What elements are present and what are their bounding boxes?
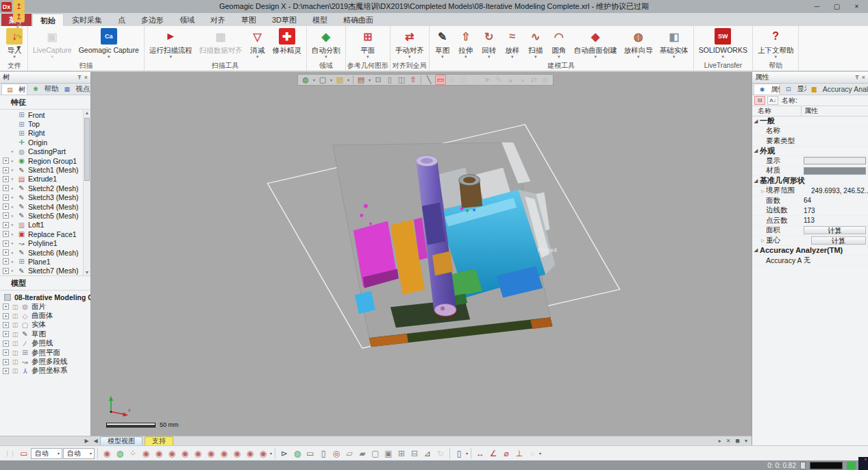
expand-icon[interactable]: + [3,349,9,356]
model-tree-item[interactable]: +◫◍面片 [0,302,90,311]
dropdown-caret-icon[interactable]: ▾ [346,77,351,82]
select-lasso-arrow-icon[interactable]: ➤ [482,75,493,85]
ribbon-tab-polygons[interactable]: 多边形 [134,14,171,26]
panel-tab-display[interactable]: ⊡显示 [780,84,806,95]
show-mesh-icon[interactable]: ◉ [101,447,113,460]
feature-tree-item[interactable]: ⊞Top [0,119,90,128]
alphabetical-sort-icon[interactable]: A↓ [767,96,778,105]
view-menu-icon[interactable]: ▾ [745,438,747,444]
sketch-button[interactable]: ✎草图▾ [431,26,454,61]
measure-mesh-icon[interactable]: ○ [526,447,538,460]
redo-icon[interactable]: ↷ [13,32,25,42]
visibility-link-icon[interactable]: ◫ [11,331,19,338]
expand-icon[interactable]: + [3,167,9,173]
model-tree-item[interactable]: +◫⅄参照坐标系 [0,367,90,375]
viewport-tab-model-view[interactable]: 模型视图 [100,436,142,445]
expand-icon[interactable]: + [3,313,9,319]
feature-tree-item[interactable]: +●✎Sketch7 (Mesh) [0,267,90,275]
status-slider[interactable] [800,462,806,469]
scrollbar-thumb[interactable] [84,118,90,181]
close-icon[interactable]: × [862,74,865,81]
model-tree-item[interactable]: +◫∕参照线 [0,339,90,348]
selection-filter-icon[interactable]: ▭ [18,447,30,460]
plane-button[interactable]: ⊞平面▾ [356,26,380,61]
material-mode-icon[interactable]: ▧ [334,75,345,85]
panel-tab-properties[interactable]: ✱属性 [754,84,780,95]
group-expand-icon[interactable]: ◢ [752,247,760,253]
visibility-link-icon[interactable]: ◫ [11,340,19,347]
expand-icon[interactable]: + [3,195,9,201]
screen-capture-icon[interactable]: ⊡ [373,75,384,85]
panel-tab-help[interactable]: ❋帮助 [27,84,59,95]
ribbon-tab-sketch[interactable]: 草图 [234,14,264,26]
view-rotate-icon[interactable]: ↻ [434,447,447,460]
import-folder-icon[interactable]: ↥ [13,1,25,12]
ribbon-tab-live-capture[interactable]: 实时采集 [64,14,110,26]
group-expand-icon[interactable]: ◢ [752,148,760,153]
ribbon-tab-alignment[interactable]: 对齐 [203,14,233,26]
show-ref-polylines-icon[interactable]: ◉ [231,447,243,460]
show-solids-icon[interactable]: ◉ [153,447,165,460]
model-viewport[interactable]: ◍▾▢▾▧▾▤▾⊡▯◫⇧╲▭○◇◌➤✎◕◑⇄◎ Plane4 x 50 mm [91,72,752,436]
capture-folder-icon[interactable]: ↥ [13,12,25,22]
undo-icon[interactable]: ↶ [13,22,25,32]
show-labels-icon[interactable]: ◉ [257,447,269,460]
select-rectangle-icon[interactable]: ▭ [435,75,446,85]
auto-segment-button[interactable]: ◈自动分割▾ [308,26,344,61]
next-view-icon[interactable]: ▸ [719,438,721,444]
view-left-icon[interactable]: ▢ [369,447,382,460]
feature-tree-item[interactable]: +●✎Sketch6 (Mesh) [0,248,90,257]
feature-tree-item[interactable]: +●▣Replace Face1 [0,230,90,238]
maximize-button[interactable]: ▢ [827,1,847,12]
panel-tab-accuracy[interactable]: ▆Accuracy Analyzer(... [806,84,868,95]
select-line-icon[interactable]: ╲ [423,75,434,85]
fillet-button[interactable]: ◠圆角▾ [547,26,571,61]
expand-icon[interactable]: + [3,158,9,164]
feature-tree-item[interactable]: ⊞Right [0,129,90,138]
solidworks-button[interactable]: SWSOLIDWORKS▾ [695,26,751,61]
expand-icon[interactable]: + [3,222,9,228]
scroll-up-icon[interactable]: ▲ [85,110,90,115]
tab-scroll-right-icon[interactable]: ◀ [91,438,100,444]
auto-surface-button[interactable]: ◆自动曲面创建▾ [571,26,621,61]
feature-tree-item[interactable]: ●◍CastingPart [0,147,90,156]
feature-tree-item[interactable]: +●✎Sketch3 (Mesh) [0,193,90,202]
visibility-link-icon[interactable]: ◫ [11,349,19,356]
scan-mesh-model[interactable] [333,143,556,347]
show-ref-lines-icon[interactable]: ◉ [205,447,217,460]
ribbon-tab-home[interactable]: 初始 [32,14,64,26]
view-globe-icon[interactable]: ◍ [300,75,311,85]
model-tree-item[interactable]: +◫◇曲面体 [0,311,90,320]
zoom-selection-icon[interactable]: ▯ [317,447,330,460]
decimate-button[interactable]: ▽消减▾ [246,26,269,61]
show-curves-icon[interactable]: ◉ [166,447,178,460]
feature-tree-item[interactable]: +●✎Sketch2 (Mesh) [0,184,90,193]
dropdown-caret-icon[interactable]: ▾ [539,451,541,456]
show-ref-planes-icon[interactable]: ◉ [218,447,230,460]
expand-icon[interactable]: + [3,249,9,256]
view-top-icon[interactable]: ⊞ [395,447,408,460]
feature-tree-item[interactable]: +●▥Loft1 [0,221,90,230]
viewport-layout-icon[interactable]: ▯ [453,447,465,460]
model-tree-item[interactable]: +◫⊞参照平面 [0,348,90,357]
calculate-button[interactable]: 计算 [811,236,866,245]
show-ref-points-icon[interactable]: ◉ [192,447,204,460]
show-sketches-icon[interactable]: ◉ [179,447,191,460]
dropdown-caret-icon[interactable]: ▾ [466,451,468,456]
calculate-button[interactable]: 计算 [804,226,866,234]
select-circle-icon[interactable]: ○ [447,75,458,85]
visibility-link-icon[interactable]: ◫ [11,367,19,374]
stamp-icon[interactable]: ⇧ [408,75,419,85]
value-swatch[interactable] [804,167,866,175]
select-connected-icon[interactable]: ⇄ [528,75,539,85]
context-help-button[interactable]: ?上下文帮助▾ [754,26,797,61]
feature-tree-item[interactable]: +●↝Polyline1 [0,238,90,247]
expand-icon[interactable]: + [3,341,9,347]
show-surfaces-icon[interactable]: ◉ [140,447,152,460]
measure-distance-icon[interactable]: ↔ [474,447,486,460]
expand-icon[interactable]: + [3,231,9,237]
mesh-doctor-button[interactable]: ✚修补精灵 [269,26,305,61]
mode-select[interactable]: 自动▾ [31,448,62,459]
close-view-icon[interactable]: ✕ [726,438,731,444]
visibility-link-icon[interactable]: ◫ [11,321,19,328]
